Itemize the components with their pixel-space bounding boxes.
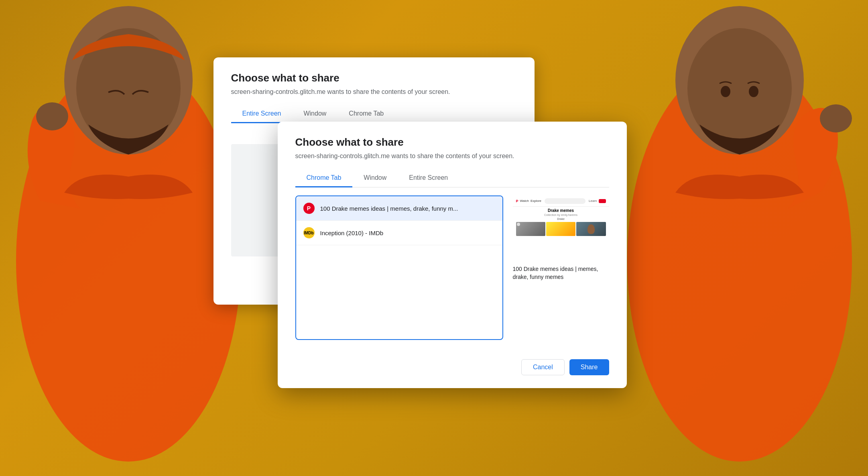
dialog-front-tabs: Chrome Tab Window Entire Screen xyxy=(295,169,609,187)
drake-face xyxy=(587,224,595,234)
pinterest-body: Drake memes Collection by emily.harems D… xyxy=(513,207,609,238)
pinterest-favicon: P xyxy=(303,203,315,214)
tab-entire-screen-back[interactable]: Entire Screen xyxy=(231,105,293,123)
pinterest-nav-explore: Explore xyxy=(531,199,541,203)
grid-cell-3 xyxy=(576,222,606,236)
svg-point-9 xyxy=(749,86,758,97)
pinterest-header: P Watch Explore Learn xyxy=(513,195,609,207)
tab-window-back[interactable]: Window xyxy=(292,105,337,123)
preview-label: 100 Drake memes ideas | memes, drake, fu… xyxy=(513,265,609,281)
imdb-tab-title: Inception (2010) - IMDb xyxy=(320,230,495,236)
tab-window-front[interactable]: Window xyxy=(352,169,398,187)
pinterest-preview: P Watch Explore Learn Drake memes Collec… xyxy=(513,195,609,260)
pinterest-logo: P xyxy=(516,199,518,203)
dialog-back-tabs: Entire Screen Window Chrome Tab xyxy=(231,105,517,123)
pinterest-nav-watch: Watch xyxy=(520,199,529,203)
dialog-front: Choose what to share screen-sharing-cont… xyxy=(278,122,627,388)
pinterest-search-bar xyxy=(545,198,585,204)
tab-entire-screen-front[interactable]: Entire Screen xyxy=(398,169,459,187)
dialog-area: Choose what to share screen-sharing-cont… xyxy=(213,57,655,419)
dialog-back-title: Choose what to share xyxy=(231,72,517,84)
grid-cell-1 xyxy=(516,222,545,236)
dialog-front-footer: Cancel Share xyxy=(278,351,627,388)
pinterest-grid xyxy=(516,222,606,236)
svg-point-7 xyxy=(820,104,852,132)
pinterest-learn: Learn xyxy=(589,199,597,203)
dialog-front-body: P 100 Drake memes ideas | memes, drake, … xyxy=(278,195,627,351)
grid-cell-2 xyxy=(546,222,575,236)
dialog-front-title: Choose what to share xyxy=(295,136,609,148)
imdb-favicon: IMDb xyxy=(303,227,315,238)
preview-thumbnail: P Watch Explore Learn Drake memes Collec… xyxy=(513,195,609,260)
pinterest-page-title: Drake memes xyxy=(516,208,606,213)
cancel-button-front[interactable]: Cancel xyxy=(521,359,565,375)
tab-chrome-tab-front[interactable]: Chrome Tab xyxy=(295,169,353,187)
preview-panel: P Watch Explore Learn Drake memes Collec… xyxy=(513,195,609,340)
svg-point-8 xyxy=(721,86,730,97)
svg-point-3 xyxy=(36,102,68,130)
list-item[interactable]: P 100 Drake memes ideas | memes, drake, … xyxy=(296,196,502,221)
share-button-front[interactable]: Share xyxy=(569,359,609,375)
tabs-list[interactable]: P 100 Drake memes ideas | memes, drake, … xyxy=(295,195,503,340)
pinterest-tab-title: 100 Drake memes ideas | memes, drake, fu… xyxy=(320,205,495,212)
dialog-back-subtitle: screen-sharing-controls.glitch.me wants … xyxy=(231,88,517,96)
list-item[interactable]: IMDb Inception (2010) - IMDb xyxy=(296,221,502,245)
pinterest-drake-label: Drake xyxy=(516,218,606,220)
pinterest-signup-btn xyxy=(599,199,606,203)
dialog-front-subtitle: screen-sharing-controls.glitch.me wants … xyxy=(295,153,609,160)
pinterest-collection-label: Collection by emily.harems xyxy=(516,214,606,216)
tab-chrome-tab-back[interactable]: Chrome Tab xyxy=(337,105,395,123)
avatar-1 xyxy=(517,223,520,226)
dialog-front-content: Choose what to share screen-sharing-cont… xyxy=(278,122,627,187)
